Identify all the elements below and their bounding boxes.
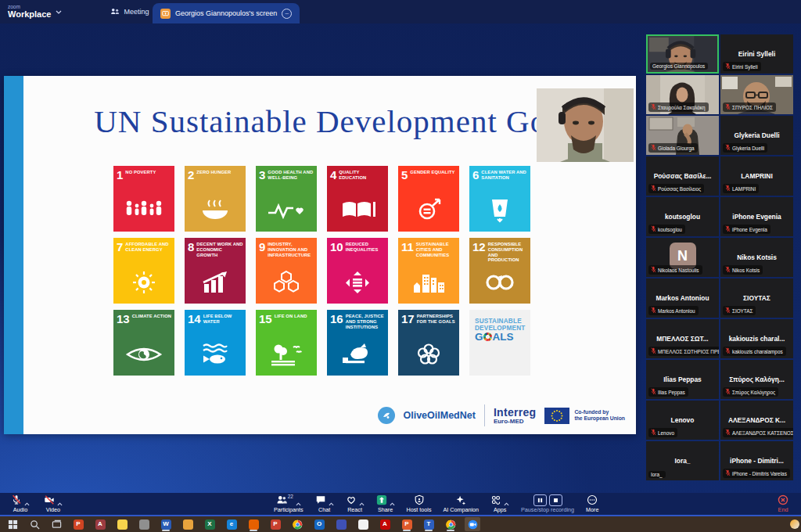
participant-tile-5[interactable]: Giolada Giourga bbox=[646, 116, 719, 155]
participant-tile-22[interactable]: iPhone - Dimitri...iPhone - Dimitris Var… bbox=[720, 441, 793, 480]
eu-funding-line2: the European Union bbox=[574, 415, 625, 421]
sdg-tile-3: 3GOOD HEALTH AND WELL-BEING bbox=[256, 166, 317, 232]
toolbar-item-label: Share bbox=[378, 506, 393, 513]
more-button[interactable]: More bbox=[586, 494, 598, 513]
taskbar-powerpoint-icon[interactable]: P bbox=[70, 517, 86, 531]
taskbar-access-icon[interactable]: A bbox=[92, 517, 108, 531]
taskbar-outlook-icon[interactable]: O bbox=[311, 517, 327, 531]
pause-recording-button[interactable] bbox=[533, 494, 547, 506]
participant-tile-4[interactable]: ΣΠΥΡΟΣ ΠΗΛΙΟΣ bbox=[720, 75, 793, 114]
taskbar-teams-icon[interactable]: T bbox=[421, 517, 436, 531]
sdg-tile-1: 1NO POVERTY bbox=[113, 166, 174, 232]
sdg-wheel-icon bbox=[483, 332, 492, 341]
participant-tile-14[interactable]: ΣΙΟΥΤΑΣΣΙΟΥΤΑΣ bbox=[720, 279, 793, 318]
video-button[interactable]: Video bbox=[44, 494, 63, 513]
mic-muted-icon bbox=[651, 266, 656, 274]
taskbar-camera-icon[interactable] bbox=[136, 517, 152, 531]
participant-tile-7[interactable]: Ρούσσας Βασίλε...Ρούσσας Βασίλειος bbox=[646, 156, 719, 196]
ai-companion-button[interactable]: AI Companion bbox=[444, 494, 480, 513]
sdg-number: 11 bbox=[401, 241, 414, 257]
participant-tile-11[interactable]: NNikolaos Nastoulis bbox=[646, 238, 719, 277]
mic-muted-icon bbox=[651, 185, 656, 192]
taskbar-acrobat-icon[interactable]: A bbox=[377, 517, 393, 531]
pause-stop-recording-button[interactable]: Pause/stop recording bbox=[521, 494, 574, 513]
sdg-fish-icon bbox=[185, 336, 246, 373]
stop-recording-button[interactable] bbox=[549, 494, 562, 506]
presenter-webcam-overlay bbox=[537, 88, 634, 162]
participant-tile-21[interactable]: Iora_Iora_ bbox=[646, 441, 719, 480]
taskbar-chrome-icon[interactable] bbox=[289, 517, 305, 531]
taskbar-start-icon[interactable] bbox=[5, 517, 20, 531]
meeting-icon bbox=[110, 7, 120, 16]
mic-muted-icon bbox=[651, 225, 656, 233]
toolbar-item-label: Apps bbox=[494, 506, 506, 513]
taskbar-sticky-notes-icon[interactable] bbox=[114, 517, 130, 531]
sdg-tile-15: 15LIFE ON LAND bbox=[256, 310, 317, 376]
zoom-workplace-menu[interactable]: zoom Workplace bbox=[8, 5, 62, 19]
apps-button[interactable]: Apps bbox=[490, 494, 509, 513]
sdg-number: 6 bbox=[472, 169, 479, 181]
minimize-icon[interactable]: – bbox=[282, 9, 292, 19]
sdg-water-icon bbox=[469, 192, 530, 229]
taskbar-task-view-icon[interactable] bbox=[48, 517, 64, 531]
taskbar-calculator-icon[interactable] bbox=[333, 517, 349, 531]
participant-tile-1[interactable]: Georgios Giannopoulos bbox=[646, 34, 719, 74]
taskbar-file-explorer-icon[interactable] bbox=[180, 517, 196, 531]
taskbar-search-icon[interactable] bbox=[27, 517, 42, 531]
mic-muted-icon bbox=[725, 347, 731, 355]
toolbar-item-label: More bbox=[586, 506, 598, 513]
react-button[interactable]: React bbox=[346, 494, 365, 513]
tab-shared-screen[interactable]: Georgios Giannopoulos's screen – bbox=[153, 3, 300, 23]
sdg-logo-g: G bbox=[475, 332, 483, 343]
sdg-label: DECENT WORK AND ECONOMIC GROWTH bbox=[196, 242, 243, 257]
tab-shared-screen-label: Georgios Giannopoulos's screen bbox=[175, 9, 277, 17]
participant-tile-13[interactable]: Markos AntoniouMarkos Antoniou bbox=[646, 279, 719, 318]
tray-icon[interactable] bbox=[790, 519, 799, 529]
participant-tile-16[interactable]: kakiouzis charal...kakiouzis charalampos bbox=[720, 319, 793, 358]
participant-tile-12[interactable]: Nikos KotsisNikos Kotsis bbox=[720, 238, 793, 277]
participant-label: Glykeria Duelli bbox=[723, 143, 767, 153]
audio-button[interactable]: Audio bbox=[11, 494, 30, 513]
end-button[interactable]: End bbox=[778, 494, 788, 513]
sdg-number: 2 bbox=[188, 169, 194, 181]
sdg-number: 15 bbox=[259, 313, 272, 325]
eu-funding-block: Co-funded by the European Union bbox=[544, 408, 625, 424]
participant-tile-2[interactable]: Eirini SylleliEirini Sylleli bbox=[720, 34, 793, 74]
participant-tile-20[interactable]: ΑΛΕΞΑΝΔΡΟΣ Κ...ΑΛΕΞΑΝΔΡΟΣ ΚΑΤΣΕΝΟΣ bbox=[720, 401, 793, 440]
participant-tile-6[interactable]: Glykeria DuelliGlykeria Duelli bbox=[720, 116, 793, 155]
host-tools-button[interactable]: Host tools bbox=[407, 494, 432, 513]
taskbar-powerpoint-2-icon[interactable]: P bbox=[399, 517, 415, 531]
chat-button[interactable]: Chat bbox=[315, 494, 334, 513]
taskbar-publisher-icon[interactable]: P bbox=[268, 517, 283, 531]
taskbar-word-icon[interactable]: W bbox=[158, 517, 174, 531]
share-button[interactable]: Share bbox=[376, 494, 395, 513]
sdg-tile-8: 8DECENT WORK AND ECONOMIC GROWTH bbox=[185, 238, 246, 304]
taskbar-excel-icon[interactable]: X bbox=[202, 517, 217, 531]
participant-tile-9[interactable]: koutsogloukoutsoglou bbox=[646, 197, 719, 236]
participant-tile-3[interactable]: Σταυρούλα Σακαλάκη bbox=[646, 75, 719, 114]
taskbar-chrome-2-icon[interactable] bbox=[443, 517, 458, 531]
participant-tile-17[interactable]: Ilias PeppasIlias Peppas bbox=[646, 360, 719, 399]
sdg-tile-9: 9INDUSTRY, INNOVATION AND INFRASTRUCTURE bbox=[256, 238, 317, 304]
participants-button[interactable]: 22Participants bbox=[274, 494, 304, 513]
participant-tile-15[interactable]: ΜΠΕΛΛΟΣ ΣΩΤ...ΜΠΕΛΛΟΣ ΣΩΤΗΡΙΟΣ ΠΡΕ... bbox=[646, 319, 719, 358]
participant-tile-18[interactable]: Σπύρος Καλόγη...Σπύρος Καλόγηρος bbox=[720, 360, 793, 399]
taskbar-zoom-icon[interactable] bbox=[465, 517, 480, 531]
taskbar-edge-icon[interactable]: e bbox=[224, 517, 239, 531]
sdg-logo-goals: GALS bbox=[475, 332, 530, 343]
participant-tile-19[interactable]: LenovoLenovo bbox=[646, 401, 719, 440]
mic-muted-icon bbox=[725, 103, 731, 111]
participant-tile-10[interactable]: iPhone EvgeniaiPhone Evgenia bbox=[720, 197, 793, 236]
tab-meeting[interactable]: Meeting bbox=[110, 7, 149, 16]
participant-name: Ρούσσας Βασίλε... bbox=[648, 172, 717, 180]
sdg-number: 13 bbox=[117, 313, 130, 325]
participant-name: Markos Antoniou bbox=[648, 294, 717, 302]
taskbar-store-icon[interactable] bbox=[355, 517, 371, 531]
mic-muted-icon bbox=[725, 469, 731, 477]
oliveoilmednet-logo-icon bbox=[378, 407, 395, 424]
mic-muted-icon bbox=[651, 144, 656, 152]
taskbar-firefox-icon[interactable] bbox=[246, 517, 261, 531]
participant-label: Ilias Peppas bbox=[648, 387, 688, 397]
chevron-down-icon[interactable] bbox=[56, 10, 62, 14]
participant-tile-8[interactable]: LAMPRINILAMPRINI bbox=[720, 156, 793, 196]
